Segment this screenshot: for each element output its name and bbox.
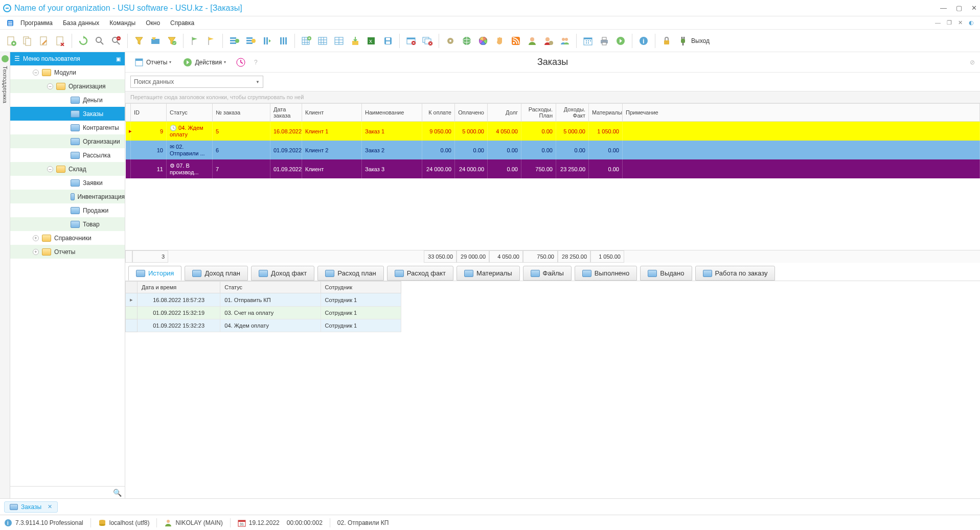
tree-organization[interactable]: –Организация — [10, 79, 125, 93]
user-gear-icon[interactable] — [541, 34, 556, 48]
table-row[interactable]: 11 ⚙ 07. В производ... 701.09.2022Клиент… — [126, 159, 980, 178]
tree-inventory[interactable]: Инвентаризация — [10, 190, 125, 203]
tree-modules[interactable]: –Модули — [10, 65, 125, 79]
sidebar-search-icon[interactable]: 🔍 — [113, 489, 122, 497]
tab-history[interactable]: История — [128, 266, 181, 281]
copy-doc-icon[interactable] — [20, 34, 35, 48]
col-client[interactable]: Клиент — [302, 104, 362, 122]
tab-expense-fact[interactable]: Расход факт — [387, 266, 453, 281]
col-name[interactable]: Наименование — [362, 104, 422, 122]
tree-reports[interactable]: +Отчеты — [10, 245, 125, 259]
tree-mailing[interactable]: Рассылка — [10, 148, 125, 162]
page-help-icon[interactable]: ⊘ — [970, 59, 975, 66]
lock-icon[interactable] — [659, 34, 674, 48]
menu-program[interactable]: Программа — [16, 18, 57, 28]
col-mat[interactable]: Материалы — [589, 104, 623, 122]
col-debt[interactable]: Долг — [488, 104, 521, 122]
tree-organizations[interactable]: Организации — [10, 134, 125, 148]
tab-income-plan[interactable]: Доход план — [185, 266, 248, 281]
tab-expense-plan[interactable]: Расход план — [317, 266, 384, 281]
list-config-icon[interactable] — [276, 34, 290, 48]
list-move-icon[interactable] — [260, 34, 274, 48]
menu-database[interactable]: База данных — [59, 18, 103, 28]
table-row[interactable]: 01.09.2022 15:32:1903. Счет на оплатуСот… — [126, 307, 401, 319]
tab-files[interactable]: Файлы — [523, 266, 572, 281]
expander-icon[interactable]: – — [47, 166, 53, 172]
col-num[interactable]: № заказа — [213, 104, 270, 122]
mdi-minimize-icon[interactable]: — — [935, 19, 941, 26]
reports-button[interactable]: Отчеты▾ — [130, 55, 175, 70]
table-add-icon[interactable] — [299, 34, 313, 48]
mdi-restore-icon[interactable]: ❐ — [947, 19, 952, 26]
list-add-icon[interactable] — [227, 34, 241, 48]
users-icon[interactable] — [558, 34, 572, 48]
tree-counterparties[interactable]: Контрагенты — [10, 121, 125, 134]
tree-requests[interactable]: Заявки — [10, 176, 125, 190]
support-strip[interactable]: Техподдержка — [0, 52, 10, 498]
sidebar-collapse-icon[interactable]: ▣ — [116, 56, 121, 62]
filter-save-icon[interactable] — [148, 34, 163, 48]
minimize-icon[interactable]: — — [940, 4, 947, 12]
table-row[interactable]: 01.09.2022 15:32:2304. Ждем оплатуСотруд… — [126, 319, 401, 332]
plug-icon[interactable] — [676, 34, 690, 48]
globe-icon[interactable] — [460, 34, 474, 48]
tree-orders[interactable]: Заказы — [10, 107, 125, 121]
tab-work[interactable]: Работа по заказу — [695, 266, 776, 281]
expander-icon[interactable]: – — [47, 83, 53, 89]
table2-icon[interactable] — [332, 34, 346, 48]
expander-icon[interactable]: – — [33, 70, 39, 76]
col-id[interactable]: ID — [131, 104, 167, 122]
refresh-icon[interactable] — [76, 34, 90, 48]
import-icon[interactable] — [348, 34, 362, 48]
maximize-icon[interactable]: ▢ — [956, 4, 962, 12]
hand-icon[interactable] — [492, 34, 507, 48]
col-exp[interactable]: Расходы. План — [521, 104, 556, 122]
search-clear-icon[interactable] — [109, 34, 123, 48]
calendar-icon[interactable] — [581, 34, 595, 48]
app-menu-icon[interactable] — [6, 19, 14, 27]
info-icon[interactable]: i — [636, 34, 651, 48]
save-disk-icon[interactable] — [381, 34, 395, 48]
help-small-icon[interactable]: ? — [252, 57, 260, 68]
search-combo[interactable]: Поиск данных ▼ — [130, 76, 263, 88]
filter-clear-icon[interactable] — [165, 34, 179, 48]
tab-income-fact[interactable]: Доход факт — [251, 266, 314, 281]
orders-grid[interactable]: ID Статус № заказа Дата заказа Клиент На… — [125, 103, 980, 178]
window-close-icon[interactable] — [404, 34, 418, 48]
table-row[interactable]: 10 ✉ 02. Отправили ... 601.09.2022Клиент… — [126, 141, 980, 159]
tree-sales[interactable]: Продажи — [10, 203, 125, 217]
expander-icon[interactable]: + — [33, 235, 39, 241]
task-close-icon[interactable]: ✕ — [48, 503, 52, 510]
filter-icon[interactable] — [132, 34, 146, 48]
tab-materials[interactable]: Материалы — [457, 266, 520, 281]
tree-warehouse[interactable]: –Склад — [10, 162, 125, 176]
printer-icon[interactable] — [597, 34, 611, 48]
close-icon[interactable]: ✕ — [971, 4, 977, 12]
tab-issued[interactable]: Выдано — [640, 266, 692, 281]
col-pay[interactable]: К оплате — [422, 104, 455, 122]
table-row[interactable]: ▸16.08.2022 18:57:2301. Отправить КПСотр… — [126, 293, 401, 307]
actions-button[interactable]: Действия▾ — [179, 55, 230, 70]
color-wheel-icon[interactable] — [476, 34, 490, 48]
windows-close-all-icon[interactable] — [420, 34, 435, 48]
new-doc-icon[interactable] — [4, 34, 18, 48]
menu-help[interactable]: Справка — [166, 18, 198, 28]
flag-green-icon[interactable] — [188, 34, 202, 48]
gear-icon[interactable] — [443, 34, 458, 48]
edit-doc-icon[interactable] — [37, 34, 51, 48]
tree-goods[interactable]: Товар — [10, 217, 125, 231]
col-date[interactable]: Дата заказа — [270, 104, 302, 122]
col-paid[interactable]: Оплачено — [455, 104, 488, 122]
col-status[interactable]: Статус — [167, 104, 213, 122]
forward-icon[interactable] — [613, 34, 628, 48]
search-icon[interactable] — [93, 34, 107, 48]
exit-button[interactable]: Выход — [692, 34, 706, 48]
list-edit-icon[interactable] — [243, 34, 258, 48]
export-excel-icon[interactable]: X — [364, 34, 379, 48]
table-icon[interactable] — [315, 34, 330, 48]
delete-doc-icon[interactable] — [53, 34, 67, 48]
clock-icon[interactable] — [234, 55, 248, 70]
tab-done[interactable]: Выполнено — [575, 266, 637, 281]
user-icon[interactable] — [525, 34, 539, 48]
menu-commands[interactable]: Команды — [105, 18, 140, 28]
